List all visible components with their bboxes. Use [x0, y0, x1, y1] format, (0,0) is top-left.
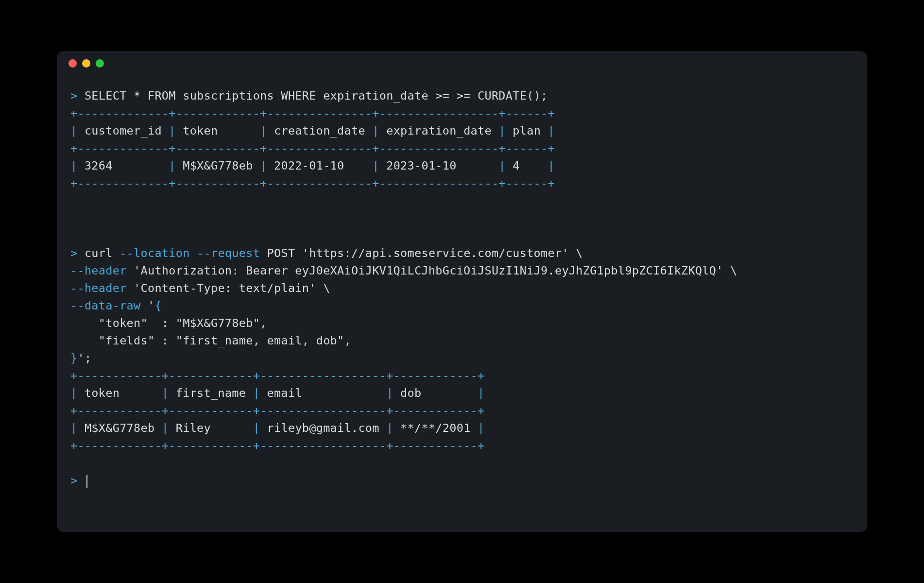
line-curl-4: --data-raw '{: [70, 299, 162, 312]
sql-command-text: SELECT * FROM subscriptions WHERE expira…: [85, 89, 548, 103]
table2-row: | M$X&G778eb | Riley | rileyb@gmail.com …: [70, 421, 485, 435]
line-curl-1: > curl --location --request POST 'https:…: [70, 246, 583, 260]
curl-body-2: "fields" : "first_name, email, dob",: [70, 334, 351, 347]
table2-border-mid: +------------+------------+-------------…: [70, 404, 484, 417]
table1-row: | 3264 | M$X&G778eb | 2022-01-10 | 2023-…: [70, 159, 555, 172]
maximize-icon[interactable]: [96, 59, 104, 68]
terminal-output[interactable]: > SELECT * FROM subscriptions WHERE expi…: [57, 75, 867, 501]
minimize-icon[interactable]: [82, 59, 90, 68]
cursor-icon: [86, 475, 87, 488]
table1-border-top: +-------------+------------+------------…: [70, 106, 555, 120]
table2-border-top: +------------+------------+-------------…: [70, 369, 484, 382]
table1-header: | customer_id | token | creation_date | …: [70, 124, 555, 137]
line-sql-query: > SELECT * FROM subscriptions WHERE expi…: [70, 89, 548, 103]
prompt-line-empty[interactable]: >: [70, 474, 87, 487]
table1-border-bot: +-------------+------------+------------…: [70, 176, 555, 190]
curl-body-1: "token" : "M$X&G778eb",: [70, 316, 267, 330]
table1-border-mid: +-------------+------------+------------…: [70, 141, 555, 155]
prompt-symbol: >: [70, 89, 77, 103]
close-icon[interactable]: [68, 59, 77, 68]
window-titlebar: [57, 51, 867, 75]
line-curl-2: --header 'Authorization: Bearer eyJ0eXAi…: [70, 264, 737, 277]
line-curl-close: }';: [70, 351, 91, 365]
table2-header: | token | first_name | email | dob |: [70, 386, 485, 400]
table2-border-bot: +------------+------------+-------------…: [70, 439, 484, 452]
line-curl-3: --header 'Content-Type: text/plain' \: [70, 281, 330, 295]
terminal-window: > SELECT * FROM subscriptions WHERE expi…: [57, 51, 867, 532]
